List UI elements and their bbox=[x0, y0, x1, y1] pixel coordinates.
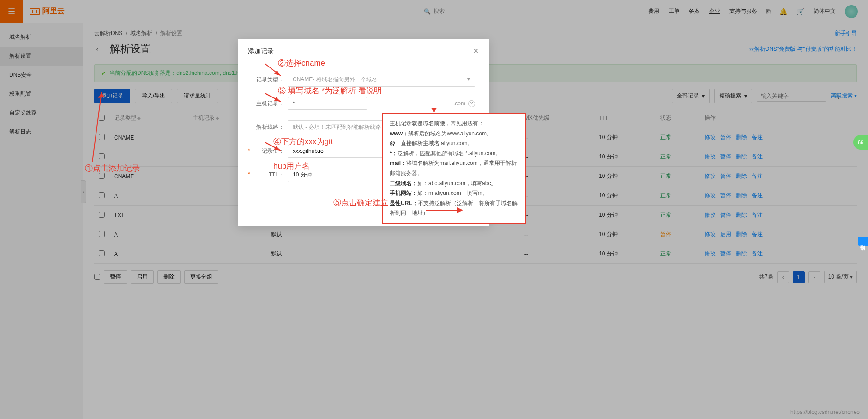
label-value: 记录值： bbox=[252, 147, 284, 155]
host-help-popover: 主机记录就是域名前缀，常见用法有： www：解析后的域名为www.aliyun.… bbox=[382, 113, 526, 224]
label-type: 记录类型： bbox=[252, 76, 284, 84]
feedback-bubble[interactable]: 66 bbox=[853, 135, 868, 150]
record-type-select[interactable]: CNAME- 将域名指向另外一个域名▾ bbox=[288, 73, 475, 87]
pop-intro: 主机记录就是域名前缀，常见用法有： bbox=[390, 119, 519, 129]
label-line: 解析线路： bbox=[252, 123, 284, 131]
contact-tab[interactable]: 联系我们 bbox=[858, 237, 868, 246]
close-icon[interactable]: ✕ bbox=[473, 47, 479, 55]
host-suffix: .com bbox=[371, 100, 465, 107]
label-ttl: TTL： bbox=[252, 171, 284, 179]
chevron-down-icon: ▾ bbox=[467, 76, 470, 82]
modal-title: 添加记录 bbox=[248, 47, 274, 55]
help-icon[interactable]: ? bbox=[468, 100, 475, 107]
host-input[interactable] bbox=[288, 97, 367, 110]
label-host: 主机记录： bbox=[252, 100, 284, 108]
